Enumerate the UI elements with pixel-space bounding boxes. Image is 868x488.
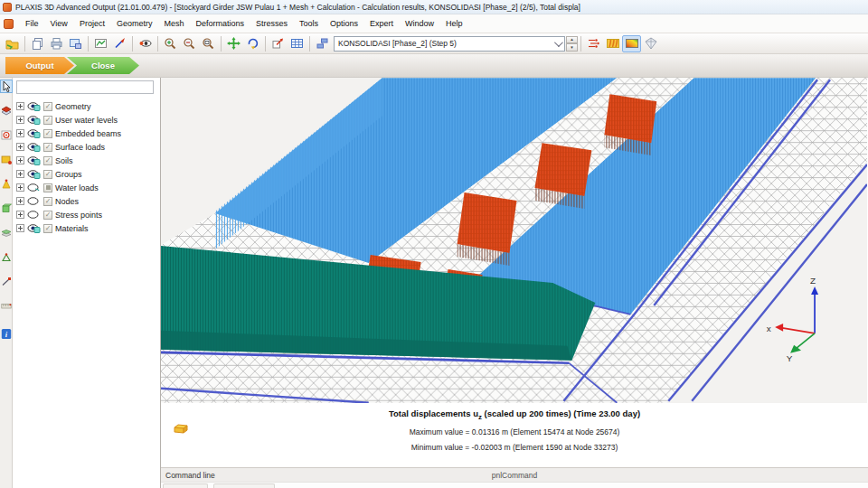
eye-on-icon[interactable]	[27, 115, 41, 125]
checkbox-checked[interactable]: ✓	[43, 170, 52, 179]
menu-geometry[interactable]: Geometry	[117, 19, 153, 28]
menu-tools[interactable]: Tools	[299, 19, 318, 28]
zoom-out-icon[interactable]	[180, 35, 199, 52]
eye-on-icon[interactable]	[27, 155, 41, 165]
vectors-icon[interactable]	[584, 35, 603, 52]
bottom-tab-2[interactable]	[213, 483, 275, 488]
menu-view[interactable]: View	[51, 19, 68, 28]
eye-on-icon[interactable]	[27, 101, 41, 111]
menu-deformations[interactable]: Deformations	[195, 19, 244, 28]
command-line-bar[interactable]: Command line pnlCommand	[161, 467, 868, 482]
line-measure-icon[interactable]	[1, 276, 12, 287]
measure-icon[interactable]	[1, 129, 12, 141]
expand-icon[interactable]	[16, 116, 24, 124]
print-icon[interactable]	[47, 35, 66, 52]
eye-on-icon[interactable]	[27, 128, 41, 138]
rotate-icon[interactable]	[243, 35, 262, 52]
curves-icon[interactable]	[91, 35, 110, 52]
bottom-tab-1[interactable]	[163, 483, 208, 488]
expand-icon[interactable]	[16, 129, 24, 137]
tab-output[interactable]: Output	[5, 57, 74, 74]
model-viewport[interactable]: Z x Y	[161, 78, 867, 403]
ruler-icon[interactable]	[1, 300, 12, 312]
explorer-filter-input[interactable]	[16, 80, 154, 94]
checkbox-checked[interactable]: ✓	[43, 116, 52, 125]
menu-expert[interactable]: Expert	[370, 19, 393, 28]
tab-close[interactable]: Close	[67, 57, 139, 74]
draw-icon[interactable]	[110, 35, 129, 52]
phase-selector[interactable]: KONSOLIDASI [Phase_2] (Step 5)	[334, 36, 565, 52]
tree-item-embedded-beams[interactable]: ✓ Embedded beams	[13, 127, 160, 140]
view-eye-icon[interactable]	[136, 35, 155, 52]
eye-on-icon[interactable]	[27, 142, 41, 152]
pan-icon[interactable]	[224, 35, 243, 52]
model-explorer: ✓ Geometry ✓ User water levels ✓ Embedde…	[13, 78, 161, 488]
eye-hidden-icon[interactable]	[27, 210, 41, 220]
export-icon[interactable]	[66, 35, 85, 52]
info-icon[interactable]: i	[1, 328, 12, 340]
checkbox-checked[interactable]: ✓	[43, 143, 52, 152]
zoom-rect-icon[interactable]	[199, 35, 218, 52]
expand-icon[interactable]	[16, 156, 24, 164]
copy-icon[interactable]	[28, 35, 47, 52]
tree-item-water-loads[interactable]: Water loads	[13, 181, 160, 194]
tree-item-stress-points[interactable]: ✓ Stress points	[13, 208, 160, 221]
open-icon[interactable]	[3, 35, 22, 52]
layers-icon[interactable]	[1, 227, 12, 239]
tree-item-materials[interactable]: ✓ Materials	[13, 221, 160, 235]
tree-item-nodes[interactable]: ✓ Nodes	[13, 194, 160, 208]
select-arrow-icon[interactable]	[1, 80, 12, 92]
expand-icon[interactable]	[16, 102, 24, 110]
eye-hidden-icon[interactable]	[27, 196, 41, 206]
window-title: PLAXIS 3D Advanced Output (21.01.00.479)…	[15, 3, 580, 12]
menu-mesh[interactable]: Mesh	[164, 19, 184, 28]
checkbox-partial[interactable]	[43, 183, 52, 192]
volume-icon[interactable]	[1, 202, 12, 214]
expand-icon[interactable]	[16, 197, 24, 205]
tree-item-soils[interactable]: ✓ Soils	[13, 154, 160, 167]
expand-icon[interactable]	[16, 211, 24, 219]
tree-item-groups[interactable]: ✓ Groups	[13, 167, 160, 181]
scale-icon[interactable]	[269, 35, 288, 52]
step-up-icon[interactable]: ▲	[566, 36, 578, 44]
tree-item-geometry[interactable]: ✓ Geometry	[13, 99, 160, 113]
checkbox-checked[interactable]: ✓	[43, 211, 52, 220]
eye-on-icon[interactable]	[27, 169, 41, 179]
checkbox-checked[interactable]: ✓	[43, 102, 52, 111]
menu-help[interactable]: Help	[446, 19, 463, 28]
chevron-down-icon	[554, 38, 563, 47]
menu-options[interactable]: Options	[330, 19, 358, 28]
menu-window[interactable]: Window	[405, 19, 434, 28]
principal-directions-icon[interactable]	[641, 35, 660, 52]
expand-icon[interactable]	[16, 170, 24, 178]
cone-marker-icon[interactable]	[1, 178, 12, 190]
contour-shadings-icon[interactable]	[622, 35, 641, 52]
soil-element-icon	[173, 423, 189, 436]
table-icon[interactable]	[288, 35, 307, 52]
phase-steps-icon[interactable]	[313, 35, 332, 52]
menu-project[interactable]: Project	[80, 19, 105, 28]
eye-off-icon[interactable]	[27, 183, 41, 192]
step-spinner[interactable]: ▲ ▼	[566, 36, 578, 52]
marker-icon[interactable]	[1, 154, 12, 165]
menu-stresses[interactable]: Stresses	[256, 19, 288, 28]
checkbox-checked[interactable]: ✓	[43, 224, 52, 233]
triangle-plot-icon[interactable]	[1, 251, 12, 263]
title-bar: PLAXIS 3D Advanced Output (21.01.00.479)…	[0, 0, 868, 14]
expand-icon[interactable]	[16, 183, 24, 192]
checkbox-checked[interactable]: ✓	[43, 197, 52, 206]
app-icon	[3, 3, 12, 12]
expand-icon[interactable]	[16, 143, 24, 151]
checkbox-checked[interactable]: ✓	[43, 129, 52, 138]
iso-shadings-icon[interactable]	[603, 35, 622, 52]
expand-icon[interactable]	[16, 224, 24, 232]
menu-file[interactable]: File	[25, 19, 39, 28]
checkbox-checked[interactable]: ✓	[43, 156, 52, 165]
command-panel-name: pnlCommand	[161, 471, 868, 480]
eye-on-icon[interactable]	[27, 223, 41, 233]
zoom-in-icon[interactable]	[161, 35, 180, 52]
step-down-icon[interactable]: ▼	[566, 43, 578, 52]
cross-section-icon[interactable]	[1, 105, 12, 117]
tree-item-user-water-levels[interactable]: ✓ User water levels	[13, 113, 160, 127]
tree-item-surface-loads[interactable]: ✓ Surface loads	[13, 140, 160, 154]
